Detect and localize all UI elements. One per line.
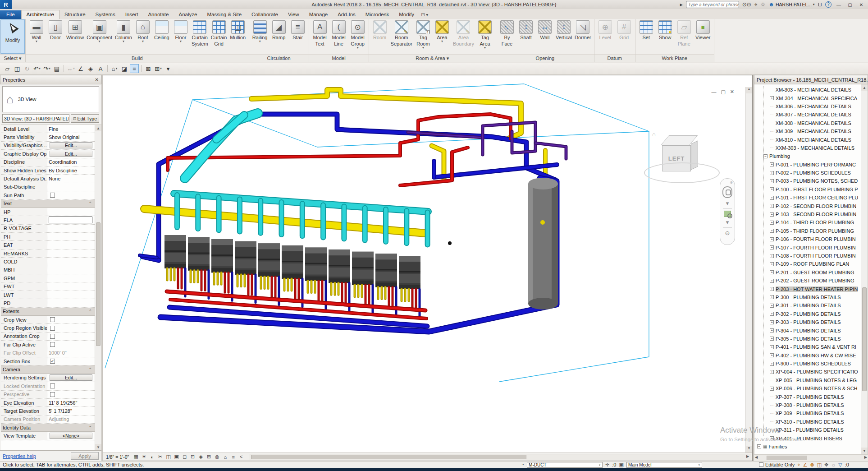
- collapse-icon[interactable]: ⌃: [88, 425, 92, 430]
- property-value[interactable]: ✓: [47, 357, 95, 365]
- tree-item-xm-307-mechanical-details[interactable]: ····XM-307 - MECHANICAL DETAILS: [754, 111, 861, 119]
- property-value[interactable]: [47, 191, 95, 199]
- qat-customize-qat[interactable]: ▾: [164, 64, 173, 73]
- tree-item-xm-306-mechanical-details[interactable]: ····XM-306 - MECHANICAL DETAILS: [754, 102, 861, 111]
- property-value[interactable]: [47, 241, 95, 249]
- browser-scroll-up-icon[interactable]: ▲: [861, 84, 868, 91]
- link-select-icon[interactable]: ◫: [817, 462, 822, 468]
- viewbar-crop-view-icon[interactable]: ✂: [156, 453, 164, 460]
- checkbox-unchecked[interactable]: [50, 193, 55, 198]
- viewcube[interactable]: ⌂ LEFT: [644, 127, 721, 190]
- view-selector-dropdown[interactable]: 3D View: {3D - HARSH.PATELEG∨: [2, 114, 69, 123]
- tab-file[interactable]: File: [0, 10, 21, 19]
- help-search-input[interactable]: Type a keyword or phrase: [686, 1, 739, 8]
- property-value[interactable]: Coordination: [47, 158, 95, 166]
- ribbon-button-set[interactable]: Set: [637, 20, 656, 41]
- property-group-text[interactable]: Text⌃: [1, 200, 95, 208]
- tab-manage[interactable]: Manage: [304, 10, 333, 19]
- ribbon-button-model-line[interactable]: (ModelLine: [329, 20, 348, 47]
- panel-label-datum[interactable]: Datum: [594, 54, 635, 62]
- ribbon-button-curtain-system[interactable]: CurtainSystem: [190, 20, 210, 47]
- ribbon-button-vertical[interactable]: ↕Vertical: [554, 20, 573, 41]
- ribbon-button-ceiling[interactable]: Ceiling: [152, 20, 171, 41]
- active-tool-indicator-icon[interactable]: ⊡ ▾: [421, 12, 428, 19]
- expand-icon[interactable]: +: [770, 204, 774, 208]
- scroll-up-icon[interactable]: ▲: [95, 125, 101, 131]
- tab-systems[interactable]: Systems: [91, 10, 120, 19]
- ribbon-button-mullion[interactable]: ◫Mullion: [228, 20, 247, 41]
- property-value[interactable]: [47, 249, 95, 257]
- minimize-button[interactable]: —: [835, 1, 843, 8]
- viewbar-temporary-hide-isolate-icon[interactable]: ▣: [173, 453, 180, 460]
- property-value[interactable]: [47, 391, 95, 398]
- ribbon-button-show[interactable]: ●Show: [656, 20, 675, 41]
- tree-item-xp-311-plumbing-details[interactable]: ····XP-311 - PLUMBING DETAILS: [754, 426, 861, 434]
- viewbar-render-icon[interactable]: ◍: [213, 453, 221, 460]
- expand-icon[interactable]: +: [770, 337, 774, 341]
- property-edit-button[interactable]: <None>: [50, 433, 92, 439]
- panel-label-room-area[interactable]: Room & Area ▾: [369, 54, 496, 62]
- expand-icon[interactable]: +: [770, 312, 774, 316]
- property-value[interactable]: 11' 8 19/256": [47, 399, 95, 406]
- ribbon-button-stair[interactable]: ≡Stair: [288, 20, 307, 41]
- ribbon-button-dormer[interactable]: ◹Dormer: [573, 20, 593, 41]
- scroll-down-icon[interactable]: ▼: [95, 444, 101, 450]
- tree-item-p-203-hot-water-heater-pipin[interactable]: +P-203 - HOT WATER HEATER PIPIN: [754, 285, 861, 293]
- tree-item-p-402-plumbing-hw-cw-rise[interactable]: +P-402 - PLUMBING HW & CW RISE: [754, 351, 861, 360]
- panel-label-model[interactable]: Model: [309, 54, 369, 62]
- tab-microdesk[interactable]: Microdesk: [361, 10, 394, 19]
- qat-open[interactable]: ▱: [3, 64, 12, 73]
- properties-header[interactable]: Properties ✕: [0, 75, 101, 84]
- apply-button[interactable]: Apply: [71, 452, 99, 460]
- viewbar-shadows-icon[interactable]: ◐: [148, 453, 156, 460]
- expand-icon[interactable]: +: [770, 345, 774, 349]
- collapse-icon[interactable]: −: [757, 444, 761, 448]
- property-value[interactable]: [47, 332, 95, 340]
- ribbon-button-column[interactable]: ▮Column▼: [114, 20, 133, 43]
- viewbar-show-constraints-icon[interactable]: ◈: [197, 453, 205, 460]
- tree-item-p-103-second-floor-plumbin[interactable]: +P-103 - SECOND FLOOR PLUMBIN: [754, 210, 861, 218]
- zoom-options-icon[interactable]: ▾: [726, 219, 729, 226]
- app-store-cart-icon[interactable]: ⊔: [818, 1, 822, 8]
- ribbon-button-wall[interactable]: ↔Wall: [535, 20, 554, 41]
- property-value[interactable]: Edit...: [47, 150, 95, 157]
- property-value[interactable]: Edit...: [47, 142, 95, 149]
- editable-only-checkbox[interactable]: [759, 462, 763, 467]
- qat-save[interactable]: ◫: [13, 64, 22, 73]
- pin-icon[interactable]: ⊗: [810, 462, 814, 468]
- viewbar-sun-path-icon[interactable]: ☀: [140, 453, 148, 460]
- view-minimize-icon[interactable]: —: [711, 89, 716, 95]
- property-value[interactable]: Adjusting: [47, 416, 95, 423]
- property-value[interactable]: [47, 341, 95, 348]
- tree-item-p-303-plumbing-details[interactable]: +P-303 - PLUMBING DETAILS: [754, 318, 861, 326]
- expand-icon[interactable]: +: [770, 212, 774, 217]
- property-group-identity-data[interactable]: Identity Data⌃: [1, 424, 95, 432]
- worksets-icon[interactable]: ◔: [521, 462, 524, 467]
- properties-help-link[interactable]: Properties help: [3, 453, 36, 459]
- ribbon-button-railing[interactable]: Railing▼: [251, 20, 270, 43]
- expand-icon[interactable]: +: [770, 196, 774, 200]
- property-value[interactable]: Show Original: [47, 133, 95, 141]
- tree-item-xm-310-mechanical-details[interactable]: ····XM-310 - MECHANICAL DETAILS: [754, 135, 861, 143]
- viewbar-locked-3d-view-icon[interactable]: ⌂: [221, 453, 229, 460]
- tab-view[interactable]: View: [283, 10, 304, 19]
- tree-item-p-003-plumbing-notes-sched[interactable]: +P-003 - PLUMBING NOTES, SCHED: [754, 177, 861, 185]
- tree-item-p-100-first-floor-plumbing-p[interactable]: +P-100 - FIRST FLOOR PLUMBING P: [754, 185, 861, 194]
- property-value[interactable]: [47, 382, 95, 390]
- qat-thin-lines[interactable]: ≡: [130, 64, 139, 73]
- qat-close-hidden-windows[interactable]: ⊠: [144, 64, 153, 73]
- checkbox-checked[interactable]: ✓: [50, 359, 55, 364]
- property-value[interactable]: [47, 258, 95, 265]
- tree-item-xm-309-mechanical-details[interactable]: ····XM-309 - MECHANICAL DETAILS: [754, 127, 861, 135]
- property-value[interactable]: [47, 291, 95, 299]
- tree-item-p-900-plumbing-schedules[interactable]: +P-900 - PLUMBING SCHEDULES: [754, 360, 861, 368]
- tree-item-xp-309-plumbing-details[interactable]: ····XP-309 - PLUMBING DETAILS: [754, 409, 861, 417]
- navbar-expand-icon[interactable]: ▾: [726, 200, 729, 207]
- expand-icon[interactable]: +: [770, 362, 774, 366]
- expand-icon[interactable]: +: [770, 320, 774, 324]
- property-value[interactable]: [47, 233, 95, 240]
- tree-item-p-305-plumbing-details[interactable]: +P-305 - PLUMBING DETAILS: [754, 335, 861, 343]
- expand-icon[interactable]: +: [770, 287, 774, 291]
- view-close-icon[interactable]: ✕: [730, 89, 734, 95]
- property-value[interactable]: [47, 274, 95, 282]
